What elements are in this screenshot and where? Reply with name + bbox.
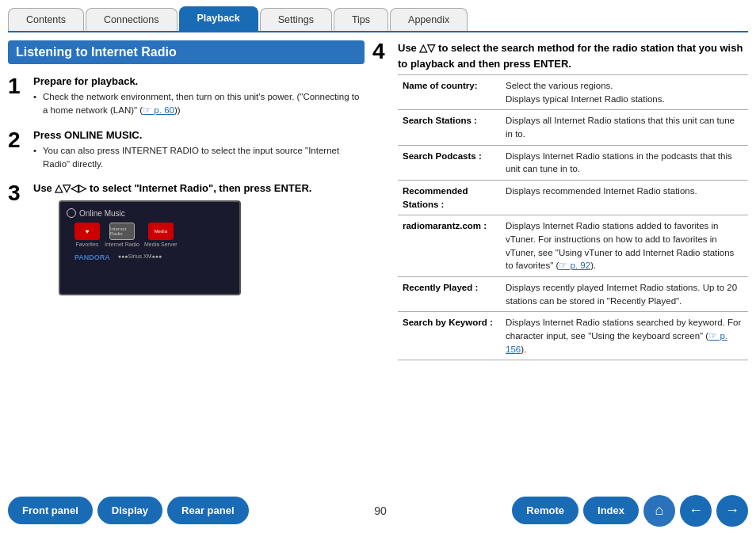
step-1-link[interactable]: ☞ p. 60 xyxy=(143,105,174,115)
step-3-number: 3 xyxy=(8,182,25,295)
remote-button[interactable]: Remote xyxy=(512,497,578,524)
step-4-content: Use △▽ to select the search method for t… xyxy=(398,40,748,360)
table-cell-desc: Displays Internet Radio stations added t… xyxy=(501,215,748,277)
table-row: RecommendedStations : Displays recommend… xyxy=(398,181,748,215)
step-4: 4 Use △▽ to select the search method for… xyxy=(372,40,748,360)
home-icon: ⌂ xyxy=(655,502,664,519)
table-cell-desc: Displays all Internet Radio stations tha… xyxy=(501,110,748,145)
step-2-content: Press ONLINE MUSIC. You can also press I… xyxy=(33,129,365,172)
screen-header-text: Online Music xyxy=(79,209,125,218)
favorites-icon: ♥ xyxy=(74,223,100,240)
table-cell-label: Search Stations : xyxy=(398,110,501,145)
back-button[interactable]: ← xyxy=(680,495,712,527)
right-column: 4 Use △▽ to select the search method for… xyxy=(372,32,748,489)
table-cell-desc: Select the various regions.Displays typi… xyxy=(501,75,748,110)
table-row: Recently Played : Displays recently play… xyxy=(398,277,748,312)
table-cell-label: radiomarantz.com : xyxy=(398,215,501,277)
internet-radio-icon: Internet Radio xyxy=(109,223,135,240)
forward-button[interactable]: → xyxy=(716,495,748,527)
step-1-bullets: Check the network environment, then turn… xyxy=(33,90,365,118)
table-row: Name of country: Select the various regi… xyxy=(398,75,748,110)
index-button[interactable]: Index xyxy=(583,497,639,524)
table-cell-label: Recently Played : xyxy=(398,277,501,312)
left-column: Listening to Internet Radio 1 Prepare fo… xyxy=(8,32,365,489)
tab-tips[interactable]: Tips xyxy=(334,8,388,31)
bottom-navigation: Front panel Display Rear panel 90 Remote… xyxy=(0,489,756,532)
screen-item-media: Media Media Server xyxy=(144,223,178,247)
screen-item-internet: Internet Radio Internet Radio xyxy=(105,223,139,247)
display-button[interactable]: Display xyxy=(97,497,162,524)
screen-bottom: PANDORA ●●●Sirius XM●●● xyxy=(67,253,233,261)
forward-icon: → xyxy=(725,502,739,519)
tab-connections[interactable]: Connections xyxy=(86,8,178,31)
rear-panel-button[interactable]: Rear panel xyxy=(167,497,248,524)
front-panel-button[interactable]: Front panel xyxy=(8,497,93,524)
table-cell-desc: Displays Internet Radio stations in the … xyxy=(501,145,748,180)
tab-settings[interactable]: Settings xyxy=(260,8,332,31)
screen-item-favorites: ♥ Favorites xyxy=(74,223,100,247)
home-button[interactable]: ⌂ xyxy=(643,495,675,527)
section-title: Listening to Internet Radio xyxy=(8,40,365,64)
step-1-bullet-1: Check the network environment, then turn… xyxy=(33,90,365,118)
step-3: 3 Use △▽◁▷ to select "Internet Radio", t… xyxy=(8,182,365,295)
table-cell-label: Search by Keyword : xyxy=(398,312,501,360)
tab-playback[interactable]: Playback xyxy=(179,6,258,31)
media-server-icon: Media xyxy=(148,223,174,240)
step-2-bullet-1: You can also press INTERNET RADIO to sel… xyxy=(33,144,365,172)
table-cell-desc: Displays recommended Internet Radio stat… xyxy=(501,181,748,215)
step-2-number: 2 xyxy=(8,129,25,172)
table-row: Search Stations : Displays all Internet … xyxy=(398,110,748,145)
table-cell-label: Name of country: xyxy=(398,75,501,110)
search-method-table: Name of country: Select the various regi… xyxy=(398,74,748,360)
step-2-heading: Press ONLINE MUSIC. xyxy=(33,129,365,141)
screen-items: ♥ Favorites Internet Radio Internet Radi… xyxy=(67,223,233,247)
favorites-label: Favorites xyxy=(76,242,99,247)
step-2: 2 Press ONLINE MUSIC. You can also press… xyxy=(8,129,365,172)
main-content: Listening to Internet Radio 1 Prepare fo… xyxy=(0,32,756,489)
pandora-text: PANDORA xyxy=(74,253,110,261)
internet-radio-label: Internet Radio xyxy=(105,242,139,247)
table-link-156[interactable]: ☞ p. 156 xyxy=(506,331,727,354)
step-3-heading: Use △▽◁▷ to select "Internet Radio", the… xyxy=(33,182,365,194)
back-icon: ← xyxy=(689,502,703,519)
step-4-number: 4 xyxy=(372,40,390,360)
table-link-92[interactable]: ☞ p. 92 xyxy=(559,261,590,270)
screen-header: Online Music xyxy=(67,208,233,218)
screen-mockup: Online Music ♥ Favorites Internet Radio … xyxy=(59,200,241,295)
table-row: Search Podcasts : Displays Internet Radi… xyxy=(398,145,748,180)
page-number: 90 xyxy=(254,504,508,517)
media-server-label: Media Server xyxy=(144,242,178,247)
table-row: radiomarantz.com : Displays Internet Rad… xyxy=(398,215,748,277)
table-cell-desc: Displays recently played Internet Radio … xyxy=(501,277,748,312)
table-cell-label: RecommendedStations : xyxy=(398,181,501,215)
table-row: Search by Keyword : Displays Internet Ra… xyxy=(398,312,748,360)
screen-header-icon xyxy=(67,208,76,218)
table-cell-desc: Displays Internet Radio stations searche… xyxy=(501,312,748,360)
table-cell-label: Search Podcasts : xyxy=(398,145,501,180)
tab-appendix[interactable]: Appendix xyxy=(390,8,468,31)
sirius-text: ●●●Sirius XM●●● xyxy=(118,253,162,261)
top-navigation: Contents Connections Playback Settings T… xyxy=(0,0,756,31)
step-1-heading: Prepare for playback. xyxy=(33,75,365,87)
step-1-content: Prepare for playback. Check the network … xyxy=(33,75,365,118)
tab-contents[interactable]: Contents xyxy=(8,8,84,31)
step-1-number: 1 xyxy=(8,75,25,118)
step-1: 1 Prepare for playback. Check the networ… xyxy=(8,75,365,118)
step-2-bullets: You can also press INTERNET RADIO to sel… xyxy=(33,144,365,172)
step-4-heading: Use △▽ to select the search method for t… xyxy=(398,40,748,71)
step-3-content: Use △▽◁▷ to select "Internet Radio", the… xyxy=(33,182,365,295)
